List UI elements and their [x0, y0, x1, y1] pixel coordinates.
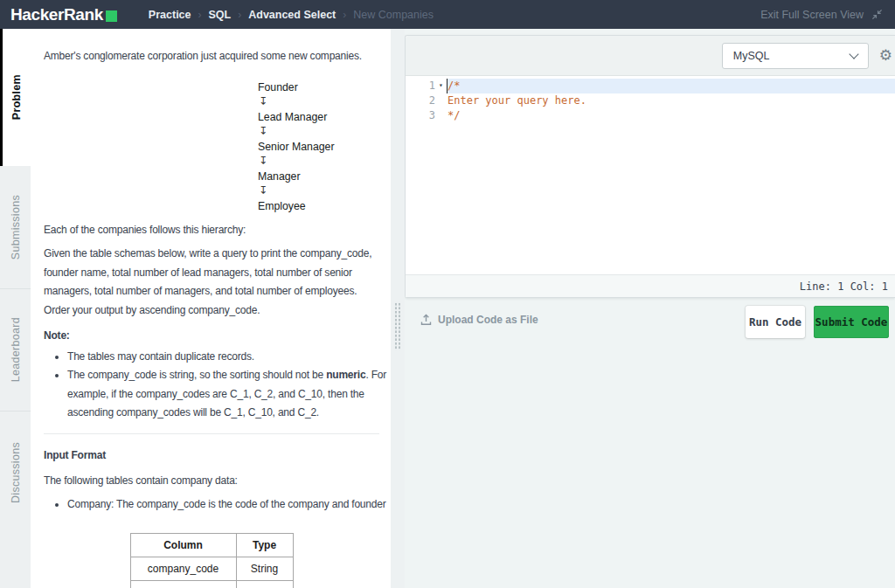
tab-discussions-label: Discussions — [10, 442, 22, 503]
run-code-button[interactable]: Run Code — [746, 306, 805, 338]
input-format-text: Company: The company_code is the code of… — [67, 498, 386, 510]
table-header-column: Column — [130, 534, 236, 557]
submit-code-button[interactable]: Submit Code — [814, 306, 889, 338]
compress-icon — [871, 9, 883, 20]
task-line: managers, total number of managers, and … — [44, 282, 379, 301]
note-heading: Note: — [44, 327, 379, 346]
breadcrumb: Practice › SQL › Advanced Select › New C… — [145, 9, 437, 21]
breadcrumb-separator-icon: › — [238, 9, 241, 21]
breadcrumb-new-companies: New Companies — [353, 9, 434, 21]
input-format-intro: The following tables contain company dat… — [44, 472, 379, 491]
fold-caret-spacer — [435, 108, 447, 123]
table-header-type: Type — [236, 534, 293, 557]
editor-status-bar: Line: 1 Col: 1 — [406, 274, 895, 297]
code-line: 2 Enter your query here. — [406, 93, 895, 108]
tab-problem[interactable]: Problem — [0, 29, 31, 166]
task-paragraph: Given the table schemas below, write a q… — [44, 245, 379, 320]
table-cell: company_code — [130, 557, 236, 581]
table-cell: String — [236, 557, 293, 581]
input-format-item: Company: The company_code is the code of… — [67, 495, 379, 515]
code-editor: MySQL ⚙ 1 ▾ /* 2 Enter your query here. … — [405, 35, 895, 298]
input-format-list: Company: The company_code is the code of… — [44, 495, 379, 515]
down-arrow-icon: ↧ — [259, 185, 379, 197]
hierarchy-level: Manager — [258, 170, 379, 183]
note-text: The company_code is string, so the sorti… — [67, 366, 379, 385]
line-number: 3 — [406, 108, 435, 123]
code-line: 3 */ — [406, 108, 895, 123]
top-navbar: HackerRank Practice › SQL › Advanced Sel… — [0, 0, 895, 29]
schema-table: Column Type company_code String founder … — [130, 533, 294, 588]
tab-leaderboard-label: Leaderboard — [10, 317, 22, 382]
language-select[interactable]: MySQL — [722, 43, 869, 69]
note-list: The tables may contain duplicate records… — [44, 348, 379, 423]
problem-statement-panel: Amber's conglomerate corporation just ac… — [31, 29, 391, 588]
panel-resizer[interactable] — [391, 29, 405, 588]
drag-handle-icon — [394, 302, 401, 350]
section-divider — [44, 433, 379, 434]
task-line: founder name, total number of lead manag… — [44, 264, 379, 283]
tab-submissions-label: Submissions — [10, 195, 22, 259]
breadcrumb-practice[interactable]: Practice — [149, 9, 191, 21]
fold-caret-icon[interactable]: ▾ — [435, 79, 447, 93]
table-row: founder String — [130, 581, 293, 588]
cursor-position: Line: 1 Col: 1 — [800, 280, 888, 293]
down-arrow-icon: ↧ — [259, 96, 379, 107]
editor-toolbar: MySQL ⚙ — [406, 36, 895, 76]
down-arrow-icon: ↧ — [259, 126, 379, 137]
hackerrank-logo[interactable]: HackerRank — [10, 0, 117, 29]
breadcrumb-sql[interactable]: SQL — [209, 9, 232, 21]
hierarchy-level: Lead Manager — [258, 111, 379, 124]
hierarchy-level: Employee — [258, 200, 379, 213]
logo-green-square-icon — [106, 10, 117, 22]
logo-text: HackerRank — [10, 0, 103, 29]
tab-discussions[interactable]: Discussions — [0, 411, 31, 533]
note-text: example, if the company_codes are C_1, C… — [67, 385, 379, 405]
chevron-down-icon — [849, 49, 858, 59]
table-row: company_code String — [130, 557, 293, 581]
note-text: ascending company_codes will be C_1, C_1… — [67, 404, 379, 423]
tab-submissions[interactable]: Submissions — [0, 166, 31, 288]
table-header-row: Column Type — [130, 534, 293, 557]
language-select-value: MySQL — [733, 50, 770, 62]
exit-fullscreen-label: Exit Full Screen View — [760, 9, 864, 21]
tab-leaderboard[interactable]: Leaderboard — [0, 288, 31, 411]
code-text: /* — [447, 79, 895, 93]
upload-label: Upload Code as File — [438, 314, 538, 326]
task-line: Order your output by ascending company_c… — [44, 301, 379, 321]
code-area[interactable]: 1 ▾ /* 2 Enter your query here. 3 */ — [406, 76, 895, 274]
hierarchy-caption: Each of the companies follows this hiera… — [44, 221, 379, 240]
note-text: The tables may contain duplicate records… — [67, 350, 254, 363]
task-line: Given the table schemas below, write a q… — [44, 245, 379, 264]
note-item: The company_code is string, so the sorti… — [67, 366, 379, 423]
action-bar: Upload Code as File Run Code Submit Code — [405, 302, 895, 342]
breadcrumb-separator-icon: › — [343, 9, 346, 21]
problem-intro: Amber's conglomerate corporation just ac… — [44, 47, 379, 66]
breadcrumb-separator-icon: › — [198, 9, 202, 21]
app-root: HackerRank Practice › SQL › Advanced Sel… — [0, 0, 895, 588]
upload-icon — [420, 314, 432, 326]
line-number: 2 — [406, 93, 435, 108]
tab-problem-label: Problem — [10, 74, 23, 120]
breadcrumb-advanced-select[interactable]: Advanced Select — [248, 9, 336, 21]
code-text: */ — [447, 108, 895, 123]
line-number: 1 — [406, 79, 435, 93]
down-arrow-icon: ↧ — [259, 156, 379, 167]
input-format-heading: Input Format — [44, 446, 379, 466]
table-cell: String — [236, 581, 293, 588]
hierarchy-level: Founder — [258, 81, 379, 94]
left-tab-strip: Problem Submissions Leaderboard Discussi… — [0, 29, 31, 588]
code-text: Enter your query here. — [447, 93, 895, 108]
fold-caret-spacer — [435, 93, 447, 108]
table-cell: founder — [130, 581, 236, 588]
note-item: The tables may contain duplicate records… — [67, 348, 379, 367]
settings-gear-icon[interactable]: ⚙ — [879, 48, 892, 63]
upload-code-button[interactable]: Upload Code as File — [420, 314, 538, 326]
exit-fullscreen-button[interactable]: Exit Full Screen View — [760, 9, 883, 21]
editor-region: MySQL ⚙ 1 ▾ /* 2 Enter your query here. … — [405, 29, 895, 588]
hierarchy-diagram: Founder ↧ Lead Manager ↧ Senior Manager … — [258, 81, 379, 213]
hierarchy-level: Senior Manager — [258, 141, 379, 154]
code-line: 1 ▾ /* — [406, 79, 895, 93]
